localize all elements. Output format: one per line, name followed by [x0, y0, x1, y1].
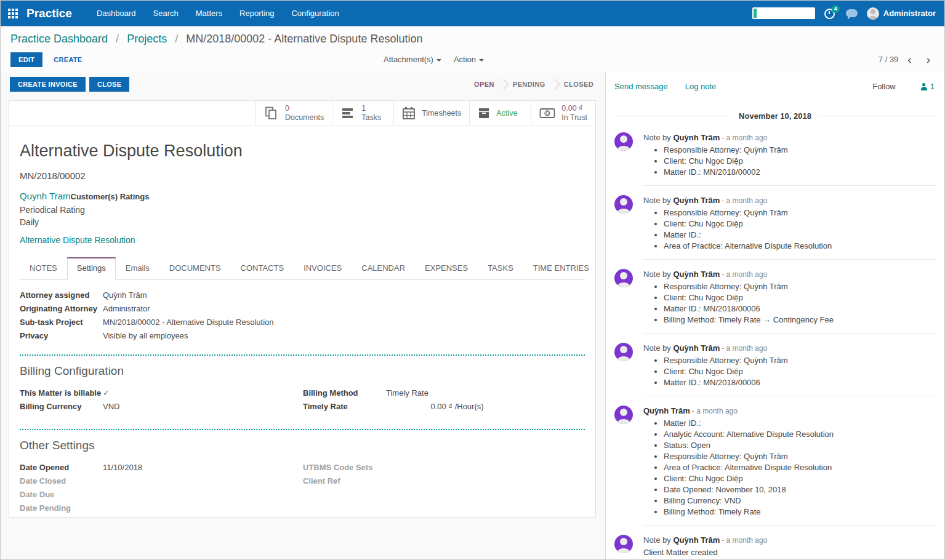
message-author[interactable]: Quỳnh Trâm — [673, 343, 720, 353]
message-bullet: Client: Chu Ngọc Diệp — [664, 474, 936, 484]
tab-documents[interactable]: DOCUMENTS — [159, 257, 231, 279]
activities-clock-icon[interactable]: 4 — [824, 7, 837, 20]
chatter-message: Note by Quỳnh Trâm- a month ago Responsi… — [614, 186, 936, 260]
billing-currency-value[interactable]: VND — [103, 402, 119, 412]
message-header: Note by Quỳnh Trâm- a month ago — [643, 195, 936, 206]
apps-grid-icon[interactable] — [8, 9, 18, 18]
followers-button[interactable]: 1 — [920, 82, 935, 91]
avatar[interactable] — [614, 406, 633, 424]
tab-notes[interactable]: NOTES — [20, 257, 67, 279]
nav-item-dashboard[interactable]: Dashboard — [97, 9, 136, 18]
subtask-project-value[interactable]: MN/2018/00002 - Alternative Dispute Reso… — [103, 318, 274, 327]
section-separator — [20, 354, 585, 356]
message-author[interactable]: Quỳnh Trâm — [673, 196, 720, 205]
money-icon: 0 — [539, 108, 555, 119]
log-note-button[interactable]: Log note — [685, 82, 717, 91]
timer-input[interactable] — [752, 7, 815, 19]
tasks-stat-button[interactable]: 1 Tasks — [332, 101, 393, 126]
control-panel: Practice Dashboard / Projects / MN/2018/… — [1, 26, 944, 73]
create-invoice-button[interactable]: CREATE INVOICE — [10, 77, 86, 92]
message-bullet: Analytic Account: Alternative Dispute Re… — [664, 430, 936, 439]
pager-counter: 7 / 39 — [879, 55, 899, 64]
nav-item-configuration[interactable]: Configuration — [291, 9, 339, 18]
message-author[interactable]: Quỳnh Trâm — [673, 133, 720, 142]
in-trust-label: In Trust — [561, 113, 587, 122]
message-author[interactable]: Quỳnh Trâm — [673, 535, 720, 545]
tab-time-entries[interactable]: TIME ENTRIES — [523, 257, 596, 279]
billable-checkbox[interactable]: ✓ — [103, 388, 110, 398]
nav-item-reporting[interactable]: Reporting — [239, 9, 274, 18]
tab-calendar[interactable]: CALENDAR — [352, 257, 415, 279]
nav-item-matters[interactable]: Matters — [196, 9, 222, 18]
close-matter-button[interactable]: CLOSE — [89, 77, 129, 92]
avatar[interactable] — [614, 535, 633, 553]
attorney-assigned-value[interactable]: Quỳnh Trâm — [103, 290, 147, 300]
in-trust-stat-button[interactable]: 0 0.00 ₫ In Trust — [531, 101, 595, 126]
status-step-pending[interactable]: PENDING — [506, 81, 552, 88]
timesheets-label: Timesheets — [422, 109, 461, 118]
message-bullet-list: Responsible Attorney: Quỳnh TrâmClient: … — [643, 282, 936, 325]
matter-reference: MN/2018/00002 — [20, 170, 585, 181]
date-opened-label: Date Opened — [20, 463, 103, 473]
message-bullet: Matter ID.: MN/2018/00002 — [664, 167, 936, 177]
message-prefix: Note by — [643, 270, 673, 279]
tasks-count: 1 — [361, 104, 381, 113]
app-brand[interactable]: Practice — [26, 7, 72, 20]
pager-previous-icon[interactable]: ‹ — [902, 54, 917, 65]
tab-contacts[interactable]: CONTACTS — [231, 257, 294, 279]
timesheets-stat-button[interactable]: Timesheets — [393, 101, 469, 126]
create-button[interactable]: CREATE — [54, 56, 82, 63]
messages-icon[interactable] — [846, 9, 858, 17]
user-menu[interactable]: Administrator — [867, 7, 936, 20]
copy-icon — [264, 106, 279, 120]
attachments-dropdown[interactable]: Attachment(s) — [384, 55, 441, 64]
avatar[interactable] — [614, 269, 633, 287]
avatar[interactable] — [614, 132, 633, 151]
top-navbar: Practice Dashboard Search Matters Report… — [1, 1, 944, 26]
area-of-practice-link[interactable]: Alternative Dispute Resolution — [20, 235, 135, 245]
message-timestamp: - a month ago — [722, 196, 767, 205]
message-header: Quỳnh Trâm- a month ago — [643, 406, 936, 417]
status-step-closed[interactable]: CLOSED — [557, 81, 600, 88]
follower-person-icon — [920, 83, 928, 90]
in-trust-amount: 0.00 ₫ — [561, 104, 587, 113]
tab-expenses[interactable]: EXPENSES — [415, 257, 478, 279]
message-header: Note by Quỳnh Trâm- a month ago — [643, 535, 936, 546]
documents-count: 0 — [285, 104, 324, 113]
breadcrumb-separator: / — [116, 33, 119, 45]
tab-settings[interactable]: Settings — [67, 257, 116, 280]
send-message-button[interactable]: Send message — [614, 82, 668, 91]
breadcrumb-projects[interactable]: Projects — [127, 33, 167, 45]
originating-attorney-label: Originating Attorney — [20, 304, 103, 314]
message-author[interactable]: Quỳnh Trâm — [673, 270, 720, 279]
chatter-message: Note by Quỳnh Trâm- a month ago Responsi… — [614, 334, 936, 396]
status-widget: OPEN PENDING CLOSED — [467, 81, 600, 88]
client-link[interactable]: Quynh Tram — [20, 191, 71, 201]
breadcrumb-practice-dashboard[interactable]: Practice Dashboard — [10, 33, 108, 45]
edit-button[interactable]: EDIT — [10, 52, 42, 67]
message-header: Note by Quỳnh Trâm- a month ago — [643, 343, 936, 354]
pager-next-icon[interactable]: › — [921, 54, 936, 65]
message-bullet: Client: Chu Ngọc Diệp — [664, 156, 936, 166]
documents-stat-button[interactable]: 0 Documents — [255, 101, 332, 126]
message-bullet: Billing Method: Timely Rate → Contingenc… — [664, 315, 936, 325]
avatar[interactable] — [614, 195, 633, 214]
active-stat-button[interactable]: Active — [469, 101, 531, 126]
tab-tasks[interactable]: TASKS — [478, 257, 523, 279]
status-step-open[interactable]: OPEN — [467, 81, 501, 88]
rating-type: Periodical Rating — [20, 205, 585, 215]
follow-button[interactable]: Follow — [872, 82, 896, 91]
avatar[interactable] — [614, 343, 633, 361]
originating-attorney-value[interactable]: Administrator — [103, 304, 150, 314]
message-prefix: Note by — [643, 535, 673, 545]
nav-item-search[interactable]: Search — [153, 9, 179, 18]
attachments-dropdown-label: Attachment(s) — [384, 55, 433, 64]
action-dropdown[interactable]: Action — [454, 55, 484, 64]
tab-invoices[interactable]: INVOICES — [294, 257, 352, 279]
date-divider-text: November 10, 2018 — [739, 111, 811, 121]
timely-rate-unit: /Hour(s) — [455, 402, 484, 411]
chevron-down-icon — [479, 59, 484, 62]
tab-emails[interactable]: Emails — [116, 257, 159, 279]
message-author[interactable]: Quỳnh Trâm — [643, 406, 690, 415]
chatter-message: Note by Quỳnh Trâm- a month ago Responsi… — [614, 123, 936, 186]
